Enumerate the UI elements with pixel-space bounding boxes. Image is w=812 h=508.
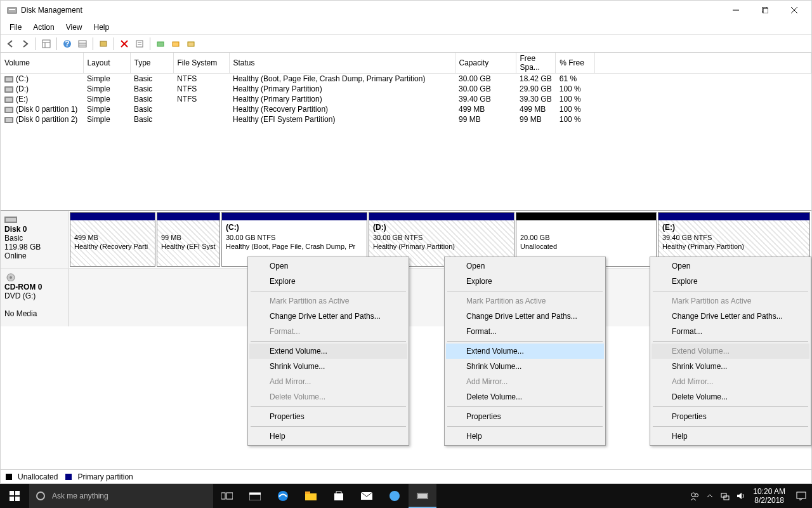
context-item[interactable]: Delete Volume...	[652, 389, 809, 404]
column-header[interactable]: Volume	[1, 53, 83, 74]
column-header[interactable]: Status	[229, 53, 455, 74]
context-item: Add Mirror...	[446, 374, 604, 389]
context-item[interactable]: Open	[249, 258, 407, 274]
svg-rect-21	[157, 42, 164, 46]
table-row[interactable]: (E:)SimpleBasicNTFSHealthy (Primary Part…	[1, 94, 811, 104]
maximize-button[interactable]	[750, 1, 780, 20]
context-item[interactable]: Open	[652, 258, 809, 274]
tray-chevron-icon[interactable]	[702, 484, 717, 508]
minimize-button[interactable]	[721, 1, 750, 20]
list-button[interactable]	[75, 37, 89, 51]
back-button[interactable]	[3, 37, 17, 51]
volume-icon[interactable]	[733, 484, 748, 508]
volume-icon	[4, 107, 13, 113]
menu-help[interactable]: Help	[89, 22, 115, 33]
context-item: Add Mirror...	[652, 374, 809, 389]
taskbar-app-explorer[interactable]	[241, 484, 269, 508]
table-row[interactable]: (Disk 0 partition 1)SimpleBasicHealthy (…	[1, 104, 811, 114]
context-item: Add Mirror...	[249, 374, 407, 389]
context-item[interactable]: Help	[446, 429, 604, 444]
taskbar-app-diskmgmt[interactable]	[409, 484, 436, 508]
table-row[interactable]: (C:)SimpleBasicNTFSHealthy (Boot, Page F…	[1, 74, 811, 84]
people-icon[interactable]	[687, 484, 702, 508]
context-item[interactable]: Properties	[249, 409, 407, 424]
column-header[interactable]: File System	[173, 53, 229, 74]
task-view-icon[interactable]	[213, 484, 241, 508]
context-item[interactable]: Change Drive Letter and Paths...	[652, 309, 809, 324]
taskbar-app-store[interactable]	[325, 484, 353, 508]
context-item[interactable]: Shrink Volume...	[652, 359, 809, 374]
context-item[interactable]: Explore	[652, 274, 809, 289]
context-item[interactable]: Properties	[446, 409, 604, 424]
context-item[interactable]: Change Drive Letter and Paths...	[446, 309, 604, 324]
menu-action[interactable]: Action	[28, 22, 59, 33]
menu-view[interactable]: View	[61, 22, 88, 33]
partition[interactable]: 499 MBHealthy (Recovery Parti	[70, 212, 155, 267]
context-item[interactable]: Format...	[652, 324, 809, 339]
context-item[interactable]: Shrink Volume...	[249, 359, 407, 374]
action-center-icon[interactable]	[790, 484, 812, 508]
context-item[interactable]: Help	[249, 429, 407, 444]
column-header[interactable]: Capacity	[455, 53, 516, 74]
cortana-icon	[36, 491, 46, 501]
context-item[interactable]: Extend Volume...	[446, 344, 604, 359]
taskbar-app-edge[interactable]	[269, 484, 297, 508]
network-icon[interactable]	[717, 484, 733, 508]
context-item[interactable]: Help	[652, 429, 809, 444]
legend-swatch-unallocated	[6, 474, 12, 480]
context-item[interactable]: Format...	[446, 324, 604, 339]
view-button[interactable]	[39, 37, 53, 51]
svg-rect-36	[249, 493, 261, 495]
refresh-button[interactable]	[96, 37, 110, 51]
svg-rect-12	[79, 41, 86, 47]
taskbar-clock[interactable]: 10:20 AM 8/2/2018	[748, 487, 790, 505]
menu-separator	[653, 291, 808, 291]
svg-rect-25	[6, 218, 16, 222]
svg-rect-7	[43, 40, 50, 48]
context-item[interactable]: Explore	[249, 274, 407, 289]
menu-separator	[447, 291, 603, 291]
column-header[interactable]: Type	[130, 53, 173, 74]
action1-button[interactable]	[154, 37, 167, 51]
context-item[interactable]: Shrink Volume...	[446, 359, 604, 374]
svg-rect-44	[418, 494, 427, 498]
help-button[interactable]: ?	[60, 37, 74, 51]
menu-separator	[447, 426, 603, 427]
partition[interactable]: 99 MBHealthy (EFI Syst	[157, 212, 220, 267]
legend-swatch-primary	[65, 474, 72, 480]
start-button[interactable]	[0, 484, 29, 508]
disk-label[interactable]: CD-ROM 0 DVD (G:) No Media	[1, 269, 69, 326]
taskbar-app-mail[interactable]	[353, 484, 381, 508]
column-header[interactable]: Free Spa...	[516, 53, 556, 74]
forward-button[interactable]	[18, 37, 32, 51]
taskbar-app-files[interactable]	[297, 484, 325, 508]
table-row[interactable]: (D:)SimpleBasicNTFSHealthy (Primary Part…	[1, 84, 811, 94]
search-box[interactable]: Ask me anything	[29, 484, 213, 508]
volume-list[interactable]: VolumeLayoutTypeFile SystemStatusCapacit…	[1, 53, 811, 210]
context-menu-d[interactable]: OpenExploreMark Partition as ActiveChang…	[444, 257, 606, 446]
context-menu-c[interactable]: OpenExploreMark Partition as ActiveChang…	[247, 257, 409, 446]
close-button[interactable]	[780, 1, 809, 20]
table-row[interactable]: (Disk 0 partition 2)SimpleBasicHealthy (…	[1, 114, 811, 124]
context-item: Mark Partition as Active	[652, 293, 809, 309]
column-header[interactable]: Layout	[83, 53, 130, 74]
disk-label[interactable]: Disk 0 Basic 119.98 GB Online	[1, 211, 69, 268]
context-item[interactable]: Extend Volume...	[249, 344, 407, 359]
context-item[interactable]: Delete Volume...	[446, 389, 604, 404]
menu-separator	[653, 426, 808, 427]
svg-rect-29	[15, 491, 20, 495]
properties-button[interactable]	[133, 37, 147, 51]
taskbar-app-generic1[interactable]	[381, 484, 409, 508]
column-header[interactable]: % Free	[556, 53, 595, 74]
delete-button[interactable]	[117, 37, 131, 51]
action2-button[interactable]	[169, 37, 183, 51]
context-item[interactable]: Change Drive Letter and Paths...	[249, 309, 407, 324]
context-item[interactable]: Properties	[652, 409, 809, 424]
context-item[interactable]: Explore	[446, 274, 604, 289]
menu-file[interactable]: File	[4, 22, 27, 33]
action3-button[interactable]	[184, 37, 198, 51]
context-menu-e[interactable]: OpenExploreMark Partition as ActiveChang…	[650, 257, 811, 446]
svg-rect-49	[797, 492, 806, 498]
context-item[interactable]: Open	[446, 258, 604, 274]
svg-text:?: ?	[65, 39, 69, 48]
